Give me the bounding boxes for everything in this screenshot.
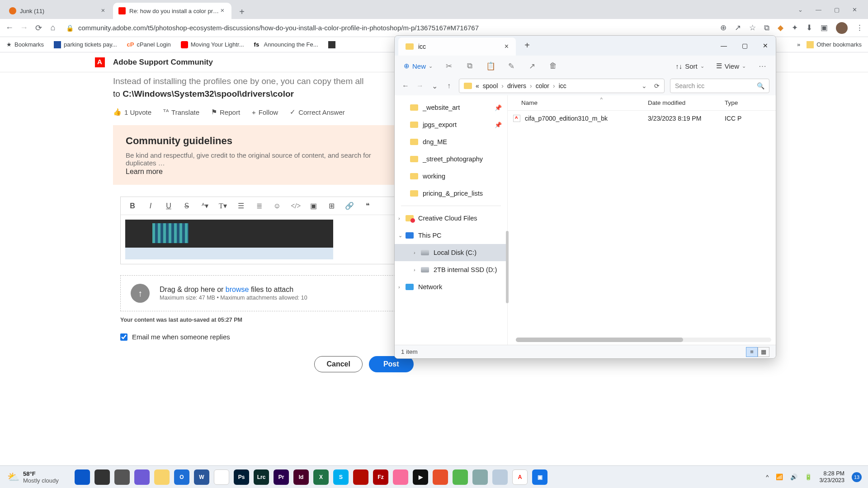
close-icon[interactable]: × bbox=[219, 7, 226, 14]
window-dropdown-icon[interactable]: ⌄ bbox=[798, 6, 803, 13]
taskbar-app[interactable]: W bbox=[194, 469, 209, 485]
bookmark-parking[interactable]: parking tickets pay... bbox=[54, 41, 117, 48]
taskbar-app[interactable]: Lrc bbox=[254, 469, 269, 485]
unordered-list-button[interactable]: ≣ bbox=[255, 202, 264, 210]
column-date[interactable]: Date modified bbox=[648, 99, 725, 106]
image-button[interactable]: ▣ bbox=[309, 202, 318, 210]
downloads-icon[interactable]: ⬇ bbox=[806, 23, 812, 33]
bookmark-youtube[interactable]: Moving Your Lightr... bbox=[181, 41, 244, 48]
file-row[interactable]: cifa_p7000_edition310_m_bk 3/23/2023 8:1… bbox=[508, 111, 776, 126]
nav-up-icon[interactable]: ↑ bbox=[444, 82, 453, 90]
refresh-icon[interactable]: ⟳ bbox=[654, 82, 660, 89]
link-button[interactable]: 🔗 bbox=[345, 202, 354, 210]
window-minimize-icon[interactable]: — bbox=[713, 42, 734, 49]
zoom-icon[interactable]: ⊕ bbox=[720, 23, 726, 33]
forward-icon[interactable]: → bbox=[19, 23, 29, 33]
nav-forward-icon[interactable]: → bbox=[415, 82, 425, 90]
view-button[interactable]: ☰View ⌄ bbox=[716, 62, 746, 70]
chevron-right-icon[interactable]: › bbox=[398, 216, 400, 221]
pin-icon[interactable]: 📌 bbox=[495, 122, 502, 128]
taskbar-app[interactable]: O bbox=[174, 469, 189, 485]
explorer-titlebar[interactable]: icc × + — ▢ ✕ bbox=[395, 36, 776, 56]
taskbar-app[interactable] bbox=[353, 469, 368, 485]
taskbar-app[interactable] bbox=[433, 469, 448, 485]
email-notify-checkbox[interactable]: Email me when someone replies bbox=[120, 333, 409, 341]
close-icon[interactable]: × bbox=[505, 42, 509, 51]
underline-button[interactable]: U bbox=[164, 202, 173, 210]
window-maximize-icon[interactable]: ▢ bbox=[834, 6, 840, 13]
extensions-icon[interactable]: ✦ bbox=[792, 23, 798, 33]
scrollbar-thumb[interactable] bbox=[516, 338, 683, 342]
sidepanel-icon[interactable]: ▣ bbox=[821, 23, 828, 33]
horizontal-scrollbar[interactable] bbox=[516, 338, 771, 342]
profile-avatar[interactable] bbox=[836, 22, 848, 34]
bookmark-cpanel[interactable]: cPcPanel Login bbox=[127, 41, 171, 48]
notification-badge[interactable]: 13 bbox=[852, 472, 862, 482]
paste-icon[interactable]: 📋 bbox=[486, 61, 495, 71]
upvote-button[interactable]: 👍1 Upvote bbox=[113, 108, 151, 116]
italic-button[interactable]: I bbox=[146, 202, 155, 210]
explorer-search[interactable]: Search icc 🔍 bbox=[670, 79, 769, 93]
breadcrumb[interactable]: « spool› drivers› color› icc ⌄ ⟳ bbox=[459, 79, 665, 93]
chevron-down-icon[interactable]: ⌄ bbox=[642, 82, 647, 89]
menu-icon[interactable]: ⋮ bbox=[856, 23, 863, 33]
more-icon[interactable]: ⋯ bbox=[758, 61, 767, 71]
textcolor-button[interactable]: T▾ bbox=[218, 202, 227, 210]
taskbar-app[interactable] bbox=[94, 469, 110, 485]
close-icon[interactable]: × bbox=[99, 7, 107, 14]
tree-creative-cloud[interactable]: ›Creative Cloud Files bbox=[395, 210, 507, 227]
emoji-button[interactable]: ☺ bbox=[273, 202, 282, 210]
textsize-button[interactable]: ᴬ▾ bbox=[200, 202, 209, 210]
report-button[interactable]: ⚑Report bbox=[211, 108, 240, 116]
address-bar[interactable]: 🔒 community.adobe.com/t5/photoshop-ecosy… bbox=[62, 24, 716, 32]
strike-button[interactable]: S̶ bbox=[182, 202, 191, 210]
taskbar-app[interactable] bbox=[472, 469, 488, 485]
column-type[interactable]: Type bbox=[725, 99, 776, 106]
new-button[interactable]: ⊕New ⌄ bbox=[404, 62, 433, 70]
back-icon[interactable]: ← bbox=[5, 23, 14, 33]
quick-website-art[interactable]: _website_art📌 bbox=[395, 99, 507, 116]
quick-pricing[interactable]: pricing_&_price_lists bbox=[395, 185, 507, 202]
taskbar-app[interactable] bbox=[75, 469, 90, 485]
taskbar-app[interactable] bbox=[154, 469, 170, 485]
correct-answer-button[interactable]: ✓Correct Answer bbox=[290, 108, 345, 116]
crumb-color[interactable]: color bbox=[536, 82, 549, 89]
nav-history-icon[interactable]: ⌄ bbox=[430, 82, 439, 90]
crumb-drivers[interactable]: drivers bbox=[507, 82, 526, 89]
bookmarks-folder[interactable]: ★Bookmarks bbox=[6, 41, 44, 48]
follow-button[interactable]: +Follow bbox=[252, 108, 278, 116]
star-icon[interactable]: ☆ bbox=[749, 23, 756, 33]
other-bookmarks[interactable]: Other bookmarks bbox=[807, 41, 862, 48]
chevron-right-icon[interactable]: › bbox=[398, 284, 400, 290]
new-tab-button[interactable]: + bbox=[235, 5, 249, 19]
taskbar-app[interactable] bbox=[492, 469, 508, 485]
quote-button[interactable]: ❝ bbox=[363, 202, 372, 210]
taskbar-app[interactable]: Pr bbox=[274, 469, 289, 485]
taskbar-app[interactable] bbox=[114, 469, 130, 485]
rename-icon[interactable]: ✎ bbox=[507, 61, 516, 71]
cast-icon[interactable]: ⧉ bbox=[764, 23, 769, 33]
window-close-icon[interactable]: ✕ bbox=[755, 42, 776, 49]
taskbar-app[interactable] bbox=[214, 469, 229, 485]
taskbar-app[interactable]: X bbox=[313, 469, 329, 485]
browse-link[interactable]: browse bbox=[226, 286, 249, 293]
pin-icon[interactable]: 📌 bbox=[495, 104, 502, 111]
share-icon[interactable]: ↗ bbox=[528, 61, 537, 71]
taskbar-app[interactable]: ▶ bbox=[413, 469, 428, 485]
crumb-icc[interactable]: icc bbox=[559, 82, 566, 89]
tree-network[interactable]: ›Network bbox=[395, 278, 507, 296]
reload-icon[interactable]: ⟳ bbox=[33, 23, 43, 33]
quick-street-photography[interactable]: _street_photography bbox=[395, 150, 507, 168]
inserted-image[interactable] bbox=[125, 220, 333, 259]
taskbar-app[interactable]: ▣ bbox=[532, 469, 547, 485]
crumb-spool[interactable]: spool bbox=[483, 82, 498, 89]
taskbar-app[interactable]: Ps bbox=[234, 469, 249, 485]
explorer-new-tab[interactable]: + bbox=[519, 40, 535, 51]
browser-tab-adobe[interactable]: Re: how do you install a color pr… × bbox=[113, 3, 231, 19]
chevron-right-icon[interactable]: › bbox=[414, 267, 415, 272]
editor-body[interactable] bbox=[121, 215, 408, 264]
taskbar-app[interactable]: A bbox=[512, 469, 528, 485]
tree-this-pc[interactable]: ⌄This PC bbox=[395, 227, 507, 244]
volume-icon[interactable]: 🔊 bbox=[790, 474, 797, 480]
tree-local-disk-c[interactable]: ›Local Disk (C:) bbox=[395, 244, 507, 261]
